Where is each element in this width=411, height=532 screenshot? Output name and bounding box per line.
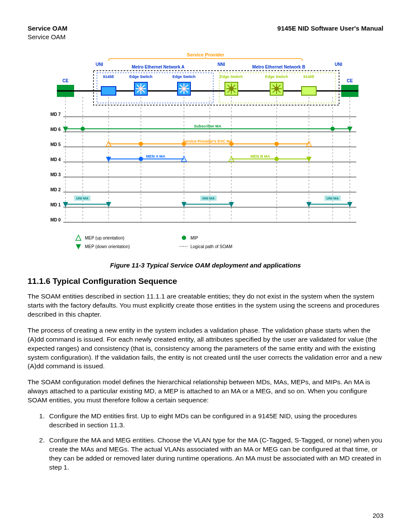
md0: MD 0: [50, 218, 61, 222]
list-item-1: Configure the MD entities first. Up to e…: [47, 412, 383, 430]
svg-marker-84: [76, 244, 81, 249]
md4: MD 4: [50, 157, 61, 162]
label-9145e-l: 9145E: [103, 75, 114, 79]
label-nni: NNI: [218, 62, 225, 67]
header-left: Service OAM Service OAM: [28, 24, 68, 41]
md2: MD 2: [50, 187, 61, 192]
label-ce-left: CE: [62, 78, 68, 83]
page: Service OAM Service OAM 9145E NID Softwa…: [0, 0, 411, 532]
label-9145e-r: 9145E: [303, 75, 314, 79]
md6: MD 6: [50, 127, 61, 132]
label-men-a: Metro Ethernet Network A: [132, 65, 184, 69]
svg-rect-31: [302, 87, 316, 95]
label-men-b: Metro Ethernet Network B: [252, 65, 305, 69]
label-service-provider: Service Provider: [187, 52, 225, 57]
diagram-svg: Service Provider UNI NNI UNI Metro Ether…: [50, 51, 361, 254]
svg-marker-83: [76, 235, 81, 240]
svg-point-55: [330, 127, 335, 131]
header-right: 9145E NID Software User's Manual: [277, 24, 383, 41]
md7: MD 7: [50, 112, 61, 117]
para-3: The SOAM configuration model defines the…: [28, 378, 383, 405]
md1: MD 1: [50, 202, 61, 207]
label-men-b-ma: MEN B MA: [251, 154, 271, 159]
legend-mip: MIP: [190, 236, 198, 240]
figure-caption: Figure 11-3 Typical Service OAM deployme…: [50, 261, 361, 269]
label-subscriber-ma: Subscriber MA: [194, 124, 221, 128]
para-1: The SOAM entities described in section 1…: [28, 292, 383, 319]
header-left-plain: Service OAM: [28, 33, 68, 41]
svg-point-59: [139, 142, 143, 146]
page-header: Service OAM Service OAM 9145E NID Softwa…: [28, 24, 383, 41]
legend-logical: Logical path of SOAM: [190, 244, 232, 249]
page-number: 203: [373, 512, 383, 519]
label-sp-evc-ma: Service Provider's EVC MA: [183, 139, 233, 143]
list-item-2: Configure the MA and MEG entities. Choos…: [47, 436, 383, 472]
header-right-bold: 9145E NID Software User's Manual: [277, 24, 383, 33]
label-edge-a2: Edge Switch: [172, 75, 196, 79]
svg-point-62: [274, 142, 279, 146]
label-uni-left: UNI: [96, 62, 103, 67]
label-uni-ma-r: UNI MA: [327, 196, 339, 200]
label-edge-a1: Edge Switch: [129, 75, 153, 79]
legend-mep-up: MEP (up orientation): [85, 236, 125, 240]
svg-point-85: [182, 236, 186, 240]
para-2: The process of creating a new entity in …: [28, 326, 383, 371]
label-uni-ma-l: UNI MA: [76, 196, 89, 200]
svg-rect-6: [101, 87, 116, 95]
svg-point-70: [274, 157, 279, 161]
section-heading: 11.1.6 Typical Configuration Sequence: [28, 277, 383, 286]
label-nni-ma: NNI MA: [202, 196, 215, 200]
label-edge-b2: Edge Switch: [265, 75, 288, 79]
svg-point-66: [139, 157, 143, 161]
label-uni-right: UNI: [335, 62, 342, 67]
legend-mep-down: MEP (down orientation): [85, 244, 130, 249]
header-left-bold: Service OAM: [28, 24, 68, 33]
md3: MD 3: [50, 172, 61, 177]
label-ce-right: CE: [347, 78, 353, 83]
label-men-a-ma: MEN A MA: [146, 154, 165, 159]
figure: Service Provider UNI NNI UNI Metro Ether…: [50, 51, 361, 269]
md5: MD 5: [50, 142, 61, 147]
label-edge-b1: Edge Switch: [220, 75, 243, 79]
ordered-list: Configure the MD entities first. Up to e…: [39, 412, 383, 472]
svg-point-54: [81, 127, 85, 131]
